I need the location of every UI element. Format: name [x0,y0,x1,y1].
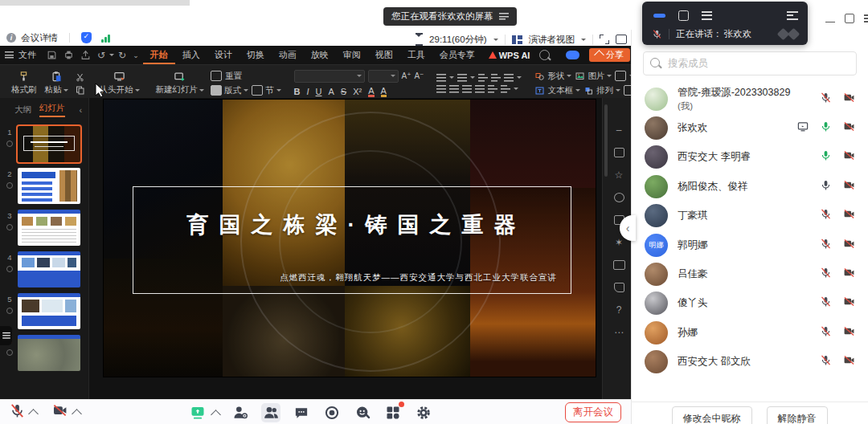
member-row[interactable]: 西安交大 李明睿 [632,143,868,172]
member-row[interactable]: 孙娜 [632,318,868,347]
copy-icon[interactable] [75,85,85,95]
share-screen-button[interactable] [188,403,207,422]
scrollbar[interactable] [604,104,608,177]
member-camera-off-icon[interactable] [842,267,856,282]
comment-panel-icon[interactable] [613,283,624,293]
char-button[interactable]: A [328,87,334,96]
member-mic-icon[interactable] [820,179,832,194]
share-options-chevron[interactable] [211,410,221,420]
section-button[interactable]: 节 [252,85,281,96]
member-mic-icon[interactable] [820,120,832,136]
member-row[interactable]: 吕佳豪 [632,259,868,288]
collapse-panel-icon[interactable]: ‹ [80,105,83,115]
slide-canvas[interactable]: 育国之栋梁·铸国之重器 点燃西迁魂，翱翔航天梦——西安交通大学与西北工业大学联合… [104,100,596,377]
wps-tab-5[interactable]: 动画 [272,46,304,64]
format-painter-button[interactable]: 格式刷 [10,71,39,96]
window-more-button[interactable] [864,14,868,23]
paste-button[interactable]: 粘贴 [43,71,70,96]
quickbar-caret-icon[interactable]: ⌄ [133,51,139,59]
host-tools-button[interactable] [231,403,250,422]
font-size-select[interactable] [368,70,399,83]
member-camera-off-icon[interactable] [842,92,856,107]
slide-thumbnail-2[interactable] [18,168,80,204]
camera-off-button[interactable] [51,403,68,421]
insert-chart-icon[interactable] [615,71,626,81]
output-icon[interactable] [80,50,91,60]
properties-icon[interactable] [613,148,624,158]
wps-tab-3[interactable]: 设计 [207,46,240,64]
save-icon[interactable] [47,50,57,60]
camera-options-chevron[interactable] [72,409,82,419]
justify-icon[interactable] [475,85,485,93]
mic-options-chevron[interactable] [28,409,39,419]
textbox-button[interactable]: 文本框 [534,85,580,96]
minimized-indicator-icon[interactable] [653,14,665,18]
member-row[interactable]: 西安交大 邵文欣 [632,348,868,376]
italic-button[interactable]: I [306,87,309,96]
wps-tab-7[interactable]: 审阅 [336,46,368,64]
indent-icon[interactable] [491,74,501,82]
decrease-font-icon[interactable]: A⁻ [414,71,424,80]
member-mic-muted-icon[interactable] [820,238,832,253]
notes-flyout-button[interactable] [0,326,12,345]
wps-tab-10[interactable]: 会员专享 [432,46,482,64]
align-center-icon[interactable] [449,85,459,93]
fullscreen-icon[interactable] [600,35,609,44]
wps-file-menu[interactable]: 文件 [18,49,36,61]
member-row[interactable]: 张欢欢 [632,113,868,142]
member-mic-muted-icon[interactable] [820,208,832,223]
increase-font-icon[interactable]: A⁺ [402,71,411,80]
line-spacing-icon[interactable] [504,74,514,82]
leave-meeting-button[interactable]: 离开会议 [565,402,621,422]
wps-tab-4[interactable]: 切换 [240,46,272,64]
wps-tab-6[interactable]: 放映 [304,46,336,64]
align-right-icon[interactable] [462,85,472,93]
frame-panel-icon[interactable] [613,260,624,271]
shapes-button[interactable]: 形状 [534,71,571,82]
member-mic-muted-icon[interactable] [820,354,832,369]
slide-thumbnail-4[interactable] [18,251,80,287]
member-row[interactable]: 明娜郭明娜 [632,230,868,259]
text-direction-icon[interactable] [501,85,510,93]
member-mic-muted-icon[interactable] [820,325,832,340]
expand-panel-icon[interactable] [787,11,798,20]
member-mic-muted-icon[interactable] [820,267,832,282]
list-view-icon[interactable] [702,11,712,20]
cloud-sync-icon[interactable] [566,51,579,59]
member-row[interactable]: 丁豪琪 [632,202,868,230]
wps-tab-8[interactable]: 视图 [368,46,400,64]
member-row[interactable]: 杨阳俊杰、俊祥 [632,172,868,201]
member-mic-muted-icon[interactable] [820,92,832,107]
member-camera-off-icon[interactable] [842,325,856,340]
wps-ai-tab[interactable]: WPS AI [489,51,530,60]
slide-thumbnail-3[interactable] [18,210,80,246]
chat-button[interactable] [292,403,311,422]
wps-share-button[interactable]: 分享 [589,48,630,62]
reset-button[interactable]: 重置 [211,71,281,82]
settings-button[interactable] [414,403,433,422]
outline-tab[interactable]: 大纲 [14,104,31,116]
info-icon[interactable]: i [6,33,16,43]
number-list-icon[interactable] [457,74,467,82]
print-icon[interactable] [63,50,74,60]
arrange-button[interactable]: 排列 [583,85,620,96]
member-mic-icon[interactable] [820,149,832,165]
cut-icon[interactable] [75,72,85,82]
more-tools-icon[interactable]: ⋯ [613,328,624,338]
window-view-icon[interactable] [678,10,689,21]
collapse-rail-icon[interactable]: – [613,125,624,136]
unmute-button[interactable]: 解除静音 [767,406,828,424]
view-mode-label[interactable]: 演讲者视图 [529,34,575,46]
layout-button[interactable]: 版式 [211,85,248,96]
window-minimize-button[interactable] [825,14,835,22]
members-button[interactable] [261,403,280,422]
popup-window-icon[interactable] [616,35,627,44]
apps-button[interactable] [383,403,403,422]
record-button[interactable] [322,403,342,422]
new-slide-button[interactable]: 新建幻灯片 [154,71,207,96]
member-search-input[interactable] [643,51,857,75]
slide-thumbnail-1[interactable] [18,126,80,162]
align-left-icon[interactable] [436,85,446,93]
member-camera-off-icon[interactable] [842,120,856,136]
help-icon[interactable]: ? [613,305,624,316]
